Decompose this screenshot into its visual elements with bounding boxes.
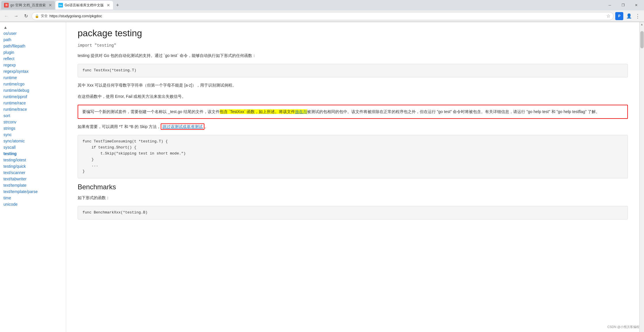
- extension-icon[interactable]: P: [615, 12, 623, 20]
- address-bar: ← → ↻ 🔒 安全 https://studygolang.com/pkgdo…: [0, 10, 644, 22]
- sidebar-item-runtime-cgo[interactable]: runtime/cgo: [0, 81, 66, 87]
- doc-description-3: 在这些函数中，使用 Error, Fail 或相关方法来发出失败信号。: [78, 93, 628, 100]
- sidebar-item-os-user[interactable]: os/user: [0, 30, 66, 37]
- benchmarks-title: Benchmarks: [78, 183, 628, 191]
- tab-favicon-2: Go: [58, 3, 63, 7]
- scrollbar-thumb[interactable]: [640, 31, 644, 48]
- doc-description-2: 其中 Xxx 可以是任何字母数字字符串（但第一个字母不能是 [a-z]），用于识…: [78, 82, 628, 89]
- doc-area: package testing import "testing" testing…: [66, 22, 639, 332]
- refresh-button[interactable]: ↻: [22, 12, 30, 20]
- tab-studygolang[interactable]: Go Go语言标准库文档中文版 ✕: [55, 1, 113, 9]
- import-line: import "testing": [78, 43, 628, 48]
- sidebar-item-reflect[interactable]: reflect: [0, 56, 66, 62]
- sidebar-scroll-up[interactable]: ▲: [0, 24, 66, 30]
- minimize-button[interactable]: ─: [603, 0, 616, 10]
- code-block-1: func TestXxx(*testing.T): [78, 64, 628, 77]
- sidebar-item-runtime-debug[interactable]: runtime/debug: [0, 87, 66, 94]
- skip-link[interactable]: 跳过该测试或基准测试: [161, 123, 204, 130]
- new-tab-button[interactable]: +: [114, 1, 122, 9]
- doc-description-4: 如果有需要，可以调用 *T 和 *B 的 Skip 方法，跳过该测试或基准测试。: [78, 123, 628, 130]
- url-text: https://studygolang.com/pkgdoc: [49, 14, 102, 18]
- sidebar-item-sync-atomic[interactable]: sync/atomic: [0, 138, 66, 144]
- sidebar-item-path[interactable]: path: [0, 37, 66, 43]
- sidebar-item-sync[interactable]: sync: [0, 131, 66, 138]
- code-line-1: func TestXxx(*testing.T): [83, 68, 136, 72]
- scroll-up-arrow[interactable]: ▲: [640, 22, 644, 26]
- tab-label-1: go 官网 文档_百度搜索: [10, 3, 46, 8]
- sidebar-item-testing-iotest[interactable]: testing/iotest: [0, 157, 66, 163]
- bookmark-icon[interactable]: ☆: [606, 13, 610, 19]
- user-icon[interactable]: 👤: [625, 12, 633, 20]
- sidebar-item-strconv[interactable]: strconv: [0, 119, 66, 125]
- doc-title: package testing: [78, 28, 628, 39]
- sidebar-item-path-filepath[interactable]: path/filepath: [0, 43, 66, 49]
- desc4-pre: 如果有需要，可以调用 *T 和 *B 的 Skip 方法，: [78, 124, 161, 129]
- code-line-3: func BenchmarkXxx(*testing.B): [83, 210, 147, 215]
- code-line-2-2: if testing.Short() {: [83, 145, 623, 151]
- package-name: testing: [115, 28, 142, 38]
- package-prefix: package: [78, 28, 115, 38]
- code-line-2-5: ...: [83, 163, 623, 169]
- sidebar-item-strings[interactable]: strings: [0, 125, 66, 131]
- highlight-placed[interactable]: 放在与: [295, 109, 307, 114]
- benchmarks-desc: 如下形式的函数：: [78, 194, 628, 201]
- close-button[interactable]: ✕: [630, 0, 643, 10]
- tab-close-1[interactable]: ✕: [49, 3, 52, 7]
- sidebar-item-text-template[interactable]: text/template: [0, 182, 66, 188]
- tab-close-2[interactable]: ✕: [107, 3, 110, 7]
- restore-button[interactable]: ❐: [616, 0, 630, 10]
- highlight-include: 包含 `TestXxx` 函数，如上所述。将该文件放在与: [220, 109, 307, 114]
- browser-menu-area: 👤 ⋮: [625, 12, 642, 20]
- sidebar-item-syscall[interactable]: syscall: [0, 144, 66, 150]
- browser-menu-button[interactable]: ⋮: [634, 12, 642, 20]
- doc-description-1: testing 提供对 Go 包的自动化测试的支持。通过 `go test` 命…: [78, 52, 628, 59]
- security-label: 安全: [41, 14, 48, 18]
- back-button[interactable]: ←: [2, 12, 10, 20]
- sidebar-item-text-template-parse[interactable]: text/template/parse: [0, 188, 66, 195]
- tab-bar: 百 go 官网 文档_百度搜索 ✕ Go Go语言标准库文档中文版 ✕ + ─ …: [0, 0, 644, 10]
- url-bar[interactable]: 🔒 安全 https://studygolang.com/pkgdoc ☆: [32, 12, 614, 20]
- code-block-3: func BenchmarkXxx(*testing.B): [78, 206, 628, 220]
- sidebar-item-runtime[interactable]: runtime: [0, 75, 66, 81]
- sidebar-item-runtime-trace[interactable]: runtime/trace: [0, 106, 66, 112]
- watermark: CSDN @小熊沃客编程: [607, 325, 639, 329]
- code-line-2-4: }: [83, 157, 623, 163]
- sidebar-item-sort[interactable]: sort: [0, 112, 66, 119]
- code-line-2-3: t.Skip("skipping test in short mode."): [83, 151, 623, 157]
- security-icon: 🔒: [35, 14, 39, 18]
- code-block-2: func TestTimeConsuming(t *testing.T) { i…: [78, 135, 628, 178]
- sidebar-item-plugin[interactable]: plugin: [0, 49, 66, 56]
- forward-button[interactable]: →: [12, 12, 20, 20]
- code-line-2-6: }: [83, 169, 623, 175]
- sidebar-item-time[interactable]: time: [0, 195, 66, 201]
- sidebar-item-runtime-race[interactable]: runtime/race: [0, 100, 66, 106]
- sidebar-item-text-scanner[interactable]: text/scanner: [0, 169, 66, 176]
- highlighted-box: 要编写一个新的测试套件，需要创建一个名称以 _test.go 结尾的文件，该文件…: [78, 105, 628, 119]
- sidebar-item-runtime-pprof[interactable]: runtime/pprof: [0, 94, 66, 100]
- sidebar-item-testing[interactable]: testing: [0, 150, 66, 157]
- tab-favicon-1: 百: [4, 3, 9, 7]
- content-area: ▲ os/user path path/filepath plugin refl…: [0, 22, 644, 332]
- sidebar-item-testing-quick[interactable]: testing/quick: [0, 163, 66, 169]
- sidebar-item-regexp[interactable]: regexp: [0, 62, 66, 68]
- sidebar-item-unicode[interactable]: unicode: [0, 201, 66, 207]
- sidebar-item-regexp-syntax[interactable]: regexp/syntax: [0, 68, 66, 75]
- desc4-post: 。: [204, 124, 208, 129]
- tab-baidu[interactable]: 百 go 官网 文档_百度搜索 ✕: [1, 1, 55, 9]
- sidebar: ▲ os/user path path/filepath plugin refl…: [0, 22, 66, 332]
- code-line-2-1: func TestTimeConsuming(t *testing.T) {: [83, 139, 623, 145]
- scrollbar[interactable]: ▲: [639, 22, 644, 332]
- tab-label-2: Go语言标准库文档中文版: [65, 3, 104, 8]
- sidebar-item-text-tabwriter[interactable]: text/tabwriter: [0, 176, 66, 182]
